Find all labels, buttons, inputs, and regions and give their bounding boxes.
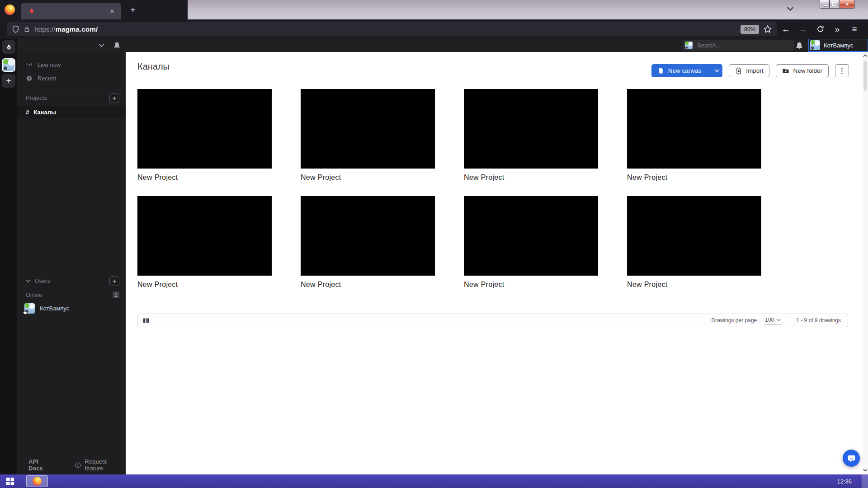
hamburger-menu-icon[interactable]: ≡: [846, 22, 863, 37]
zoom-level-badge[interactable]: 80%: [741, 25, 759, 34]
new-tab-button[interactable]: +: [127, 5, 138, 15]
scroll-down-icon[interactable]: [863, 469, 868, 472]
url-bar[interactable]: https://magma.com/ 80%: [7, 22, 777, 36]
chevron-down-icon: [715, 69, 719, 72]
tracking-protection-shield-icon[interactable]: [12, 25, 19, 33]
start-button[interactable]: [0, 474, 20, 488]
windows-logo-icon: [6, 478, 14, 485]
import-icon: [735, 67, 742, 75]
drawing-thumbnail[interactable]: [137, 89, 272, 169]
drawing-title: New Project: [627, 281, 761, 289]
page-scrollbar[interactable]: [863, 52, 868, 474]
search-input[interactable]: [683, 40, 794, 51]
drawing-card[interactable]: New Project: [464, 89, 598, 182]
drawing-card[interactable]: New Project: [627, 89, 761, 182]
new-folder-button[interactable]: New folder: [776, 64, 829, 77]
user-menu[interactable]: КотВампус: [808, 39, 868, 52]
https-lock-icon[interactable]: [24, 26, 30, 33]
sidebar-item-recent[interactable]: Recent: [17, 71, 126, 85]
sidebar-item-label: Live now: [38, 61, 61, 68]
invite-user-button[interactable]: +: [109, 276, 119, 286]
chat-bubble-icon: [847, 454, 856, 463]
workspace-avatar[interactable]: [2, 58, 15, 72]
drawing-card[interactable]: New Project: [627, 196, 761, 289]
chat-widget-button[interactable]: [843, 450, 860, 467]
drawing-card[interactable]: New Project: [137, 89, 272, 182]
import-label: Import: [746, 67, 763, 74]
browser-navbar: https://magma.com/ 80% ← → » ≡: [0, 19, 868, 39]
drawing-card[interactable]: New Project: [137, 196, 272, 289]
drawing-thumbnail[interactable]: [464, 89, 598, 169]
forward-icon[interactable]: →: [795, 22, 811, 37]
more-options-kebab-icon[interactable]: ⋮: [835, 64, 849, 77]
drawing-title: New Project: [137, 281, 272, 289]
file-icon: [657, 67, 664, 74]
search-field[interactable]: [696, 42, 773, 49]
notifications-bell-icon[interactable]: [795, 42, 803, 50]
new-canvas-dropdown-button[interactable]: [711, 64, 722, 77]
sidebar-item-live-now[interactable]: Live now: [17, 58, 126, 71]
per-page-select[interactable]: 100: [764, 317, 782, 324]
window-titlebar: × + ×: [0, 0, 868, 19]
sidebar-bell-icon[interactable]: [113, 42, 121, 49]
drawing-card[interactable]: New Project: [464, 196, 598, 289]
drawing-thumbnail[interactable]: [301, 89, 435, 169]
drawing-card[interactable]: New Project: [301, 196, 435, 289]
firefox-menu-icon[interactable]: [5, 5, 15, 15]
users-chevron-down-icon[interactable]: [26, 279, 31, 283]
scrollbar-thumb[interactable]: [863, 61, 867, 91]
minimize-button[interactable]: [820, 0, 830, 9]
workspace-rail: +: [0, 39, 17, 474]
drawing-title: New Project: [301, 281, 435, 289]
browser-tab[interactable]: ×: [21, 3, 121, 19]
back-icon[interactable]: ←: [778, 22, 794, 37]
drawings-grid: New Project New Project New Project New …: [137, 89, 761, 289]
drawing-title: New Project: [464, 281, 598, 289]
per-page-value: 100: [765, 317, 774, 323]
drawing-thumbnail[interactable]: [301, 196, 435, 276]
add-project-button[interactable]: +: [109, 93, 119, 103]
scroll-up-icon[interactable]: [863, 54, 868, 58]
show-desktop-button[interactable]: [862, 474, 868, 488]
toolbar: New canvas Import New folder ⋮: [651, 64, 849, 77]
new-canvas-split-button: New canvas: [651, 64, 723, 77]
circled-plus-icon: [75, 462, 81, 469]
api-docs-link[interactable]: API Docs: [28, 458, 54, 472]
drawing-card[interactable]: New Project: [301, 89, 435, 182]
overflow-menu-icon[interactable]: »: [829, 22, 845, 37]
member-name: КотВампус: [40, 305, 69, 312]
sidebar-item-project-kanaly[interactable]: # Каналы: [17, 106, 126, 118]
add-workspace-button[interactable]: +: [2, 74, 15, 88]
drawing-title: New Project: [627, 174, 761, 182]
new-canvas-button[interactable]: New canvas: [651, 64, 708, 77]
list-all-tabs-chevron-icon[interactable]: [787, 6, 794, 12]
drawing-thumbnail[interactable]: [464, 196, 598, 276]
app-header: КотВампус: [17, 39, 868, 52]
import-button[interactable]: Import: [729, 64, 769, 77]
member-avatar: [24, 303, 35, 314]
user-list-item[interactable]: КотВампус: [17, 301, 126, 315]
user-avatar: [810, 40, 820, 50]
request-feature-link[interactable]: Request feature: [75, 458, 126, 472]
firefox-icon: [33, 477, 42, 486]
tab-close-icon[interactable]: ×: [108, 6, 117, 15]
reload-icon[interactable]: [812, 22, 828, 37]
taskbar-clock[interactable]: 12:36: [837, 474, 852, 488]
pagination-bar: Drawings per page 100 1 - 9 of 9 drawing…: [137, 314, 848, 327]
restore-button[interactable]: [830, 0, 839, 9]
taskbar-firefox-button[interactable]: [26, 475, 48, 487]
drawing-thumbnail[interactable]: [627, 196, 761, 276]
drawing-title: New Project: [464, 174, 598, 182]
pagination-range: 1 - 9 of 9 drawings: [796, 317, 841, 324]
magma-logo-icon[interactable]: [2, 40, 15, 54]
close-button[interactable]: ×: [839, 0, 855, 9]
drawing-thumbnail[interactable]: [137, 196, 272, 276]
drawing-thumbnail[interactable]: [627, 89, 761, 169]
layout-columns-icon[interactable]: [143, 317, 150, 324]
broadcast-icon: [26, 61, 33, 68]
online-label: Online: [26, 292, 42, 298]
workspace-chevron-down-icon[interactable]: [99, 43, 104, 47]
folder-plus-icon: [782, 67, 789, 75]
page-title: Каналы: [137, 61, 170, 72]
bookmark-star-icon[interactable]: [763, 25, 772, 34]
